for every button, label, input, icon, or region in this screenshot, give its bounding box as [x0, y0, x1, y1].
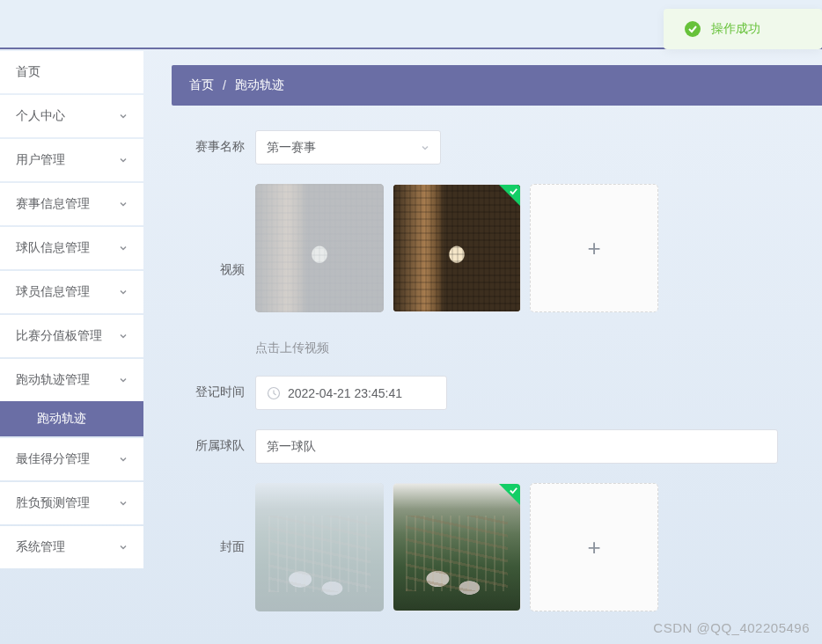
check-icon [499, 484, 520, 505]
sidebar: 首页 个人中心 用户管理 赛事信息管理 球队信息管理 球员信息管理 比赛分值板管… [0, 49, 143, 644]
success-check-icon [685, 21, 701, 37]
chevron-down-icon [119, 288, 128, 296]
video-upload-button[interactable]: + [530, 184, 658, 312]
event-select[interactable]: 第一赛事 [255, 130, 441, 165]
register-time-label: 登记时间 [172, 376, 255, 400]
check-icon [499, 185, 520, 206]
sidebar-item-system[interactable]: 系统管理 [0, 526, 143, 568]
breadcrumb-home[interactable]: 首页 [189, 77, 214, 93]
sidebar-item-users[interactable]: 用户管理 [0, 139, 143, 181]
breadcrumb-separator: / [223, 78, 226, 92]
sidebar-label: 球员信息管理 [16, 284, 90, 300]
video-thumb[interactable] [393, 184, 521, 312]
team-input[interactable]: 第一球队 [255, 429, 778, 464]
sidebar-label: 赛事信息管理 [16, 196, 90, 212]
sidebar-sublabel: 跑动轨迹 [37, 411, 86, 427]
plus-icon: + [587, 235, 600, 262]
cover-thumb[interactable] [393, 483, 521, 611]
cover-upload-button[interactable]: + [530, 483, 658, 611]
chevron-down-icon [421, 143, 429, 152]
sidebar-item-team-info[interactable]: 球队信息管理 [0, 227, 143, 269]
sidebar-item-best-score[interactable]: 最佳得分管理 [0, 438, 143, 480]
sidebar-item-player-info[interactable]: 球员信息管理 [0, 271, 143, 313]
sidebar-label: 比赛分值板管理 [16, 328, 102, 344]
sidebar-label: 系统管理 [16, 539, 65, 555]
chevron-down-icon [119, 376, 128, 384]
success-toast: 操作成功 [664, 9, 822, 49]
chevron-down-icon [119, 499, 128, 508]
team-value: 第一球队 [267, 439, 316, 455]
breadcrumb-current: 跑动轨迹 [235, 77, 284, 93]
team-label: 所属球队 [172, 429, 255, 454]
chevron-down-icon [119, 200, 128, 209]
cover-label: 封面 [172, 483, 255, 611]
main-content: 首页 / 跑动轨迹 赛事名称 第一赛事 视频 [143, 49, 822, 644]
sidebar-item-profile[interactable]: 个人中心 [0, 95, 143, 137]
form: 赛事名称 第一赛事 视频 [172, 106, 822, 611]
register-time-input[interactable]: 2022-04-21 23:45:41 [255, 376, 447, 410]
sidebar-label: 球队信息管理 [16, 240, 90, 256]
cover-ghost-thumb [255, 483, 384, 611]
clock-icon [267, 386, 281, 400]
video-ghost-thumb [255, 184, 384, 312]
video-label: 视频 [172, 184, 255, 356]
chevron-down-icon [119, 156, 128, 165]
sidebar-subitem-track[interactable]: 跑动轨迹 [0, 401, 143, 436]
sidebar-item-track-manage[interactable]: 跑动轨迹管理 [0, 359, 143, 401]
sidebar-label: 最佳得分管理 [16, 451, 90, 467]
video-hint: 点击上传视频 [255, 340, 658, 356]
sidebar-label: 胜负预测管理 [16, 495, 90, 511]
chevron-down-icon [119, 543, 128, 552]
toast-text: 操作成功 [711, 21, 760, 37]
chevron-down-icon [119, 332, 128, 340]
breadcrumb: 首页 / 跑动轨迹 [172, 65, 822, 106]
event-label: 赛事名称 [172, 130, 255, 155]
chevron-down-icon [119, 244, 128, 252]
sidebar-label: 用户管理 [16, 152, 65, 168]
sidebar-item-prediction[interactable]: 胜负预测管理 [0, 482, 143, 524]
event-select-value: 第一赛事 [267, 140, 316, 156]
register-time-value: 2022-04-21 23:45:41 [288, 386, 402, 400]
sidebar-label: 跑动轨迹管理 [16, 372, 90, 388]
sidebar-label: 个人中心 [16, 108, 65, 124]
plus-icon: + [587, 534, 600, 561]
sidebar-item-home[interactable]: 首页 [0, 51, 143, 93]
sidebar-item-scoreboard[interactable]: 比赛分值板管理 [0, 315, 143, 357]
chevron-down-icon [119, 112, 128, 121]
watermark: CSDN @QQ_402205496 [653, 620, 810, 635]
sidebar-item-event-info[interactable]: 赛事信息管理 [0, 183, 143, 225]
sidebar-label: 首页 [16, 64, 40, 80]
chevron-down-icon [119, 455, 128, 464]
